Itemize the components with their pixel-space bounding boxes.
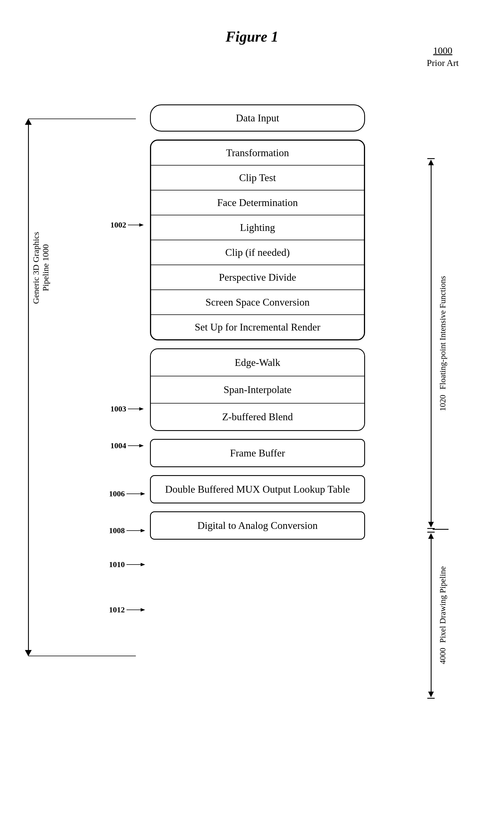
pixel-text-area: Pixel Drawing Pipeline 4000 — [438, 532, 448, 699]
fp-bracket — [427, 158, 435, 529]
z-buffered-blend-box: Z-buffered Blend — [151, 404, 364, 430]
lighting-box: Lighting — [151, 215, 364, 240]
fp-annotation: Floating-point Intensive Functions 1020 — [427, 158, 448, 529]
double-mux-box: Double Buffered MUX Output Lookup Table — [150, 475, 365, 503]
edge-walk-box: Edge-Walk — [151, 349, 364, 376]
ref-1003: 1003 — [110, 404, 145, 413]
screen-space-box: Screen Space Conversion — [151, 290, 364, 315]
pixel-arrow-down-icon — [428, 692, 434, 697]
pixel-ref-num: 4000 — [438, 648, 448, 664]
face-determination-box: Face Determination — [151, 191, 364, 215]
ref-1006-arrow-icon — [126, 491, 146, 497]
ref-1003-arrow-icon — [128, 406, 145, 412]
ref-1010-arrow-icon — [126, 562, 146, 567]
page-container: Figure 1 1000 Prior Art Generic 3D Graph… — [0, 0, 504, 828]
span-interpolate-box: Span-Interpolate — [151, 376, 364, 404]
fp-ref-num: 1020 — [438, 395, 448, 411]
fp-label: Floating-point Intensive Functions — [438, 276, 448, 389]
fp-text-area: Floating-point Intensive Functions 1020 — [438, 158, 448, 529]
center-column: Data Input Transformation Clip Test Face… — [136, 105, 379, 547]
pixel-arrow-up-icon — [428, 533, 434, 539]
transformation-box: Transformation — [151, 141, 364, 166]
prior-art-ref: 1000 — [427, 45, 459, 56]
fp-top-tick — [427, 158, 435, 159]
ref-1010: 1010 — [109, 560, 146, 569]
frame-buffer-box: Frame Buffer — [150, 439, 365, 467]
clip-test-box: Clip Test — [151, 166, 364, 191]
ref-1008: 1008 — [109, 526, 146, 535]
fp-vert-line-top — [431, 165, 431, 343]
pixel-bot-tick — [427, 698, 435, 699]
figure-title: Figure 1 — [0, 17, 504, 45]
fp-arrow-down-icon — [428, 522, 434, 528]
fp-vert-line-bot — [431, 344, 431, 522]
bottom-tick-line — [28, 656, 136, 656]
data-input-box: Data Input — [150, 105, 365, 132]
fp-arrow-up-icon — [428, 160, 434, 165]
perspective-divide-box: Perspective Divide — [151, 265, 364, 290]
ref-1002-arrow-icon — [128, 222, 145, 228]
clip-if-needed-box: Clip (if needed) — [151, 240, 364, 265]
ref-1002: 1002 — [110, 220, 145, 230]
ref-1012-arrow-icon — [126, 607, 146, 613]
arrow-up-icon — [25, 119, 32, 125]
ref-1006: 1006 — [109, 489, 146, 498]
group2-box: Edge-Walk Span-Interpolate Z-buffered Bl… — [150, 348, 365, 431]
digital-analog-box: Digital to Analog Conversion — [150, 511, 365, 540]
pixel-vert-line — [431, 539, 431, 692]
pipeline-line — [28, 125, 29, 650]
ref-1008-arrow-icon — [126, 528, 146, 533]
right-separator — [433, 529, 449, 530]
setup-incremental-box: Set Up for Incremental Render — [151, 315, 364, 339]
pixel-bracket — [427, 532, 435, 699]
pipeline-arrow — [23, 119, 34, 656]
pipeline-label: Generic 3D Graphics Pipeline 1000 — [31, 232, 50, 304]
ref-1012: 1012 — [109, 605, 146, 614]
ref-1004-arrow-icon — [128, 443, 145, 449]
diagram-area: Generic 3D Graphics Pipeline 1000 Data I… — [0, 62, 504, 784]
top-tick-line — [28, 119, 136, 119]
pixel-annotation: Pixel Drawing Pipeline 4000 — [427, 532, 448, 699]
arrow-down-icon — [25, 650, 32, 656]
ref-1004: 1004 — [110, 441, 145, 450]
pixel-label: Pixel Drawing Pipeline — [438, 566, 448, 643]
pixel-top-tick — [427, 532, 435, 533]
group1-box: Transformation Clip Test Face Determinat… — [150, 139, 365, 340]
